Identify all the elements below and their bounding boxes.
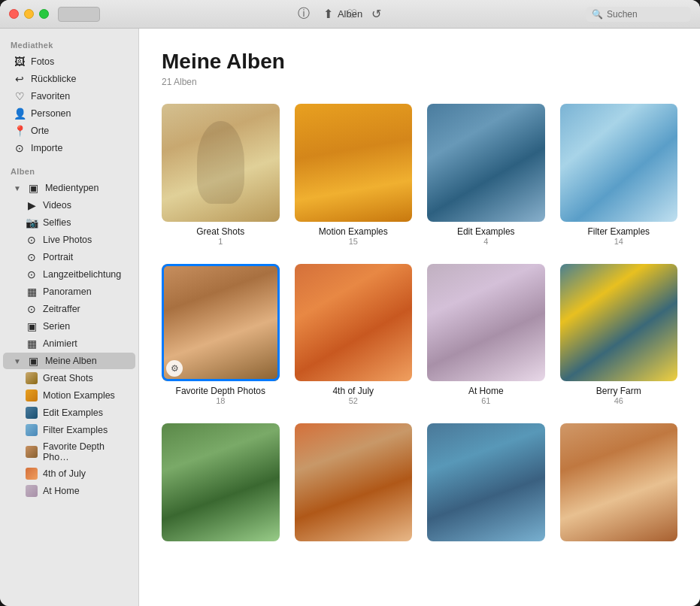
favorite-depth-thumb (26, 446, 38, 458)
maximize-button[interactable] (39, 9, 49, 19)
albums-section-label: Alben (0, 161, 138, 179)
search-label: Suchen (607, 9, 638, 20)
album-item-row3-3[interactable] (427, 423, 545, 546)
album-count-favorite-depth: 18 (162, 396, 280, 405)
album-item-row3-4[interactable] (560, 423, 678, 546)
sidebar-item-animiert-label: Animiert (43, 338, 77, 349)
sidebar-item-filter-examples-label: Filter Examples (43, 425, 108, 435)
live-photos-icon: ⊙ (26, 234, 38, 246)
album-item-at-home[interactable]: At Home 61 (427, 264, 545, 406)
album-name-edit-examples: Edit Examples (427, 226, 545, 237)
album-thumb-berry-farm (560, 264, 678, 382)
motion-examples-thumb (26, 389, 38, 401)
sidebar-item-at-home-label: At Home (43, 486, 80, 496)
fotos-icon: 🖼 (14, 56, 26, 68)
sidebar-item-edit-examples[interactable]: Edit Examples (3, 405, 135, 421)
album-thumb-filter-examples (560, 104, 678, 222)
sidebar-item-langzeit[interactable]: ⊙ Langzeitbelichtung (3, 266, 135, 283)
sidebar-item-favorite-depth[interactable]: Favorite Depth Pho… (3, 439, 135, 465)
sidebar-item-personen-label: Personen (31, 108, 71, 119)
album-item-row3-1[interactable] (162, 423, 280, 546)
album-name-berry-farm: Berry Farm (560, 386, 678, 396)
album-name-great-shots: Great Shots (162, 226, 280, 237)
album-thumb-edit-examples (427, 104, 545, 222)
sidebar-item-great-shots[interactable]: Great Shots (3, 370, 135, 386)
sidebar-item-orte[interactable]: 📍 Orte (3, 123, 135, 139)
titlebar-controls (58, 7, 100, 22)
sidebar-item-videos-label: Videos (43, 200, 71, 211)
sidebar-item-at-home[interactable]: At Home (3, 483, 135, 499)
minimize-button[interactable] (24, 9, 34, 19)
sidebar-item-meine-alben[interactable]: ▼ ▣ Meine Alben (3, 353, 135, 369)
sidebar-item-videos[interactable]: ▶ Videos (3, 197, 135, 214)
sidebar-item-motion-examples[interactable]: Motion Examples (3, 387, 135, 404)
4th-of-july-thumb (26, 468, 38, 480)
album-item-filter-examples[interactable]: Filter Examples 14 (560, 104, 678, 246)
rotate-icon[interactable]: ↺ (368, 7, 383, 22)
sidebar-item-favoriten[interactable]: ♡ Favoriten (3, 88, 135, 105)
sidebar: Mediathek 🖼 Fotos ↩ Rückblicke ♡ Favorit… (0, 29, 139, 606)
sidebar-item-panoramen[interactable]: ▦ Panoramen (3, 283, 135, 300)
disclosure-arrow: ▼ (14, 184, 21, 192)
sidebar-item-filter-examples[interactable]: Filter Examples (3, 422, 135, 438)
sidebar-item-portrait[interactable]: ⊙ Portrait (3, 249, 135, 265)
album-name-at-home: At Home (427, 386, 545, 396)
album-name-4th-of-july: 4th of July (295, 386, 413, 396)
album-thumb-motion-examples (295, 104, 413, 222)
sidebar-item-great-shots-label: Great Shots (43, 373, 93, 383)
album-item-berry-farm[interactable]: Berry Farm 46 (560, 264, 678, 406)
animiert-icon: ▦ (26, 338, 38, 350)
album-item-row3-2[interactable] (295, 423, 413, 546)
main-content: Meine Alben 21 Alben Great Shots 1 Motio… (139, 29, 700, 606)
sidebar-item-rueckblicke[interactable]: ↩ Rückblicke (3, 71, 135, 87)
album-thumb-4th-of-july (295, 264, 413, 382)
album-item-edit-examples[interactable]: Edit Examples 4 (427, 104, 545, 246)
favoriten-icon: ♡ (14, 90, 26, 102)
app-window: Alben ⓘ ⬆ ♡ ↺ 🔍 Suchen Mediathek 🖼 Fotos… (0, 0, 700, 606)
sidebar-item-importe[interactable]: ⊙ Importe (3, 140, 135, 156)
album-thumb-row3-3 (427, 423, 545, 541)
window-title: Alben (338, 8, 362, 20)
sidebar-item-panoramen-label: Panoramen (43, 286, 92, 297)
album-name-filter-examples: Filter Examples (560, 226, 678, 237)
selfies-icon: 📷 (26, 217, 38, 229)
search-bar[interactable]: 🔍 Suchen (586, 7, 691, 22)
album-item-4th-of-july[interactable]: 4th of July 52 (295, 264, 413, 406)
edit-examples-thumb (26, 407, 38, 419)
album-count-edit-examples: 4 (427, 237, 545, 246)
sidebar-item-selfies[interactable]: 📷 Selfies (3, 214, 135, 231)
sidebar-item-meine-alben-label: Meine Alben (45, 356, 97, 366)
sidebar-item-medientypen[interactable]: ▼ ▣ Medientypen (3, 180, 135, 196)
portrait-icon: ⊙ (26, 251, 38, 263)
info-icon[interactable]: ⓘ (296, 7, 311, 22)
album-count-motion-examples: 15 (295, 237, 413, 246)
album-thumb-row3-4 (560, 423, 678, 541)
library-section-label: Mediathek (0, 35, 138, 53)
titlebar: Alben ⓘ ⬆ ♡ ↺ 🔍 Suchen (0, 0, 700, 29)
sidebar-item-4th-of-july[interactable]: 4th of July (3, 465, 135, 482)
sidebar-item-live-photos[interactable]: ⊙ Live Photos (3, 232, 135, 248)
album-name-favorite-depth: Favorite Depth Photos (162, 386, 280, 396)
album-item-motion-examples[interactable]: Motion Examples 15 (295, 104, 413, 246)
importe-icon: ⊙ (14, 142, 26, 154)
sidebar-item-langzeit-label: Langzeitbelichtung (43, 269, 121, 280)
sidebar-item-animiert[interactable]: ▦ Animiert (3, 335, 135, 352)
sidebar-item-selfies-label: Selfies (43, 217, 71, 228)
sidebar-toggle[interactable] (58, 7, 100, 22)
sidebar-item-personen[interactable]: 👤 Personen (3, 105, 135, 122)
panoramen-icon: ▦ (26, 286, 38, 298)
meine-alben-disclosure: ▼ (14, 357, 21, 365)
share-icon[interactable]: ⬆ (320, 7, 335, 22)
album-item-favorite-depth[interactable]: ⚙ Favorite Depth Photos 18 (162, 264, 280, 406)
personen-icon: 👤 (14, 108, 26, 120)
sidebar-item-zeitraffer[interactable]: ⊙ Zeitraffer (3, 301, 135, 317)
sidebar-item-fotos[interactable]: 🖼 Fotos (3, 53, 135, 70)
sidebar-item-live-photos-label: Live Photos (43, 235, 92, 245)
traffic-lights (9, 9, 49, 19)
sidebar-item-serien[interactable]: ▣ Serien (3, 318, 135, 335)
album-count-berry-farm: 46 (560, 396, 678, 405)
close-button[interactable] (9, 9, 19, 19)
rueckblicke-icon: ↩ (14, 73, 26, 85)
album-item-great-shots[interactable]: Great Shots 1 (162, 104, 280, 246)
medientypen-icon: ▣ (28, 182, 40, 194)
